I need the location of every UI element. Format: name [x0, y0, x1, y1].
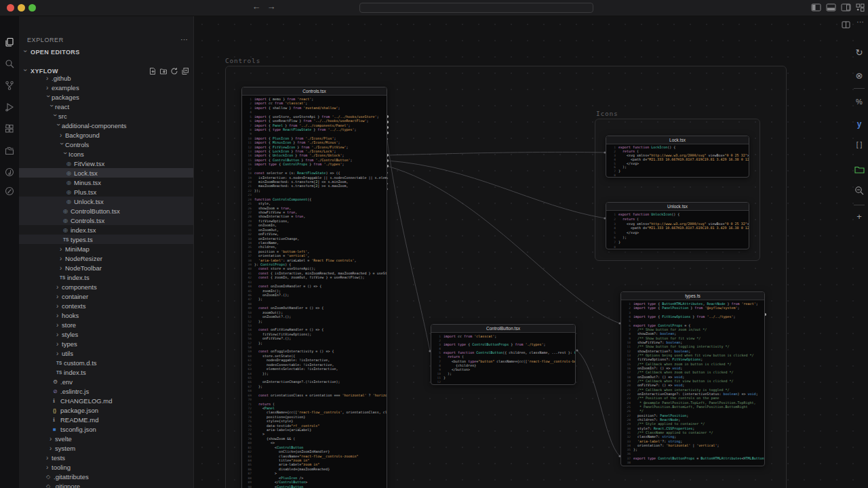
tree-item-controlbutton-tsx[interactable]: ◎ControlButton.tsx	[19, 206, 194, 216]
percent-icon[interactable]: %	[850, 98, 868, 106]
tree-item-label: store	[62, 321, 76, 329]
forward-icon[interactable]: →	[266, 1, 277, 12]
tree-item-custom-d-ts[interactable]: TScustom.d.ts	[19, 358, 194, 367]
tree-item--eslintrc-js[interactable]: ⊘.eslintrc.js	[19, 386, 194, 396]
command-center[interactable]	[359, 3, 593, 13]
tree-item-tooling[interactable]: ›tooling	[19, 462, 194, 472]
tree-item-hooks[interactable]: ›hooks	[19, 310, 194, 320]
tree-item-styles[interactable]: ›styles	[19, 329, 194, 339]
code-line: 8	[609, 174, 749, 178]
tree-item-additional-components[interactable]: ›additional-components	[19, 121, 194, 130]
chevron-down-icon: ›	[45, 95, 52, 100]
zoom-out-icon[interactable]	[850, 186, 868, 198]
tree-item-unlock-tsx[interactable]: ◎Unlock.tsx	[19, 197, 194, 206]
code-canvas[interactable]: ··· Controls Icons	[194, 16, 868, 488]
add-icon[interactable]: +	[850, 211, 868, 222]
tree-item-index-ts[interactable]: TSindex.ts	[19, 367, 194, 377]
tree-item-controls-tsx[interactable]: ◎Controls.tsx	[19, 216, 194, 225]
panel-right-icon[interactable]	[841, 3, 851, 12]
react-icon: ◎	[63, 227, 71, 233]
tree-item-changelog-md[interactable]: ℹCHANGELOG.md	[19, 396, 194, 405]
close-traffic-light[interactable]	[7, 4, 14, 12]
run-debug-icon[interactable]	[4, 102, 15, 113]
circled-note-icon[interactable]	[4, 167, 15, 178]
tree-item-nodetoolbar[interactable]: ›NodeToolbar	[19, 263, 194, 272]
tree-item-tsconfig-json[interactable]: ■tsconfig.json	[19, 424, 194, 434]
tree-item--gitattributes[interactable]: ◇.gitattributes	[19, 472, 194, 481]
tree-item-packages[interactable]: ›packages	[19, 92, 194, 102]
tree-item-label: package.json	[60, 407, 98, 414]
tree-item-container[interactable]: ›container	[19, 291, 194, 301]
chevron-down-icon: ›	[48, 104, 56, 110]
tree-item-fitview-tsx[interactable]: ◎FitView.tsx	[19, 159, 194, 168]
tree-item--github[interactable]: ›.github	[19, 73, 194, 83]
window-title: Unlock.tsx	[606, 203, 749, 211]
chevron-right-icon: ›	[50, 435, 55, 443]
tree-item-src[interactable]: ›src	[19, 111, 194, 121]
tree-item-minus-tsx[interactable]: ◎Minus.tsx	[19, 178, 194, 187]
tree-item-label: contexts	[62, 302, 85, 310]
code-line: 69 const orientationClass = orientation …	[245, 393, 387, 397]
sidebar-more-icon[interactable]: ···	[180, 35, 188, 45]
brackets-icon[interactable]: [ ]	[850, 141, 868, 148]
code-window-unlock-tsx[interactable]: Unlock.tsx 1export function UnlockIcon()…	[606, 202, 749, 249]
stacked-folders-icon[interactable]	[4, 145, 15, 156]
tree-item-plus-tsx[interactable]: ◎Plus.tsx	[19, 187, 194, 197]
code-line: 7}	[609, 240, 749, 245]
tree-item-minimap[interactable]: ›MiniMap	[19, 244, 194, 253]
tree-item-readme-md[interactable]: ℹREADME.md	[19, 415, 194, 424]
yarn-icon[interactable]: y	[850, 119, 868, 129]
tree-item-noderesizer[interactable]: ›NodeResizer	[19, 253, 194, 263]
code-editor: 1import cc from 'classcat';23import type…	[431, 333, 575, 384]
tree-item-components[interactable]: ›components	[19, 282, 194, 291]
group-label-controls[interactable]: Controls	[225, 57, 260, 64]
tree-item-store[interactable]: ›store	[19, 320, 194, 329]
close-circle-icon[interactable]: ⊗	[850, 70, 868, 81]
code-line: 5 </svg>	[609, 230, 749, 235]
tree-item-svelte[interactable]: ›svelte	[19, 434, 194, 443]
code-window-controls-tsx[interactable]: Controls.tsx 1import { memo } from 'reac…	[241, 87, 387, 488]
group-label-icons[interactable]: Icons	[596, 110, 618, 117]
folder-icon[interactable]	[850, 164, 868, 176]
minimize-traffic-light[interactable]	[18, 4, 25, 12]
panel-left-icon[interactable]	[811, 3, 821, 12]
sync-icon[interactable]: ↻	[850, 47, 868, 58]
split-editor-icon[interactable]	[842, 19, 850, 31]
panel-bottom-icon[interactable]	[826, 3, 836, 12]
tree-item-index-ts[interactable]: TSindex.ts	[19, 272, 194, 282]
editor-more-icon[interactable]: ···	[856, 18, 864, 26]
tree-item-examples[interactable]: ›examples	[19, 83, 194, 92]
tree-item--env[interactable]: ⚙.env	[19, 377, 194, 386]
tree-item-label: Controls	[65, 141, 89, 148]
tree-item--gitignore[interactable]: ◇.gitignore	[19, 481, 194, 488]
tree-item-contexts[interactable]: ›contexts	[19, 301, 194, 310]
code-window-controlbutton-tsx[interactable]: ControlButton.tsx 1import cc from 'class…	[431, 324, 576, 385]
info-icon: ℹ	[53, 417, 60, 423]
tree-item-utils[interactable]: ›utils	[19, 348, 194, 358]
tree-item-index-tsx[interactable]: ◎index.tsx	[19, 225, 194, 235]
tree-item-system[interactable]: ›system	[19, 443, 194, 453]
tree-item-package-json[interactable]: {}package.json	[19, 405, 194, 415]
tree-item-background[interactable]: ›Background	[19, 130, 194, 140]
explorer-icon[interactable]	[4, 37, 15, 47]
source-control-icon[interactable]	[4, 80, 15, 91]
tree-item-react[interactable]: ›react	[19, 102, 194, 111]
tree-item-label: packages	[52, 94, 79, 101]
tree-item-icons[interactable]: ›Icons	[19, 149, 194, 159]
ts-icon: TS	[63, 237, 71, 242]
search-icon[interactable]	[4, 58, 15, 69]
extensions-icon[interactable]	[4, 123, 15, 134]
circled-pen-icon[interactable]	[4, 186, 15, 197]
tree-item-lock-tsx[interactable]: ◎Lock.tsx	[19, 168, 194, 178]
tree-item-types[interactable]: ›types	[19, 339, 194, 348]
tree-item-label: svelte	[55, 435, 72, 443]
tree-item-tests[interactable]: ›tests	[19, 453, 194, 462]
tree-item-controls[interactable]: ›Controls	[19, 140, 194, 149]
code-window-lock-tsx[interactable]: Lock.tsx 1export function LockIcon() {2 …	[606, 136, 749, 178]
code-window-types-ts[interactable]: types.ts 1import type { ButtonHTMLAttrib…	[620, 291, 765, 466]
zoom-traffic-light[interactable]	[28, 4, 36, 12]
back-icon[interactable]: ←	[251, 1, 262, 12]
open-editors-section[interactable]: › OPEN EDITORS	[23, 47, 80, 57]
tree-item-types-ts[interactable]: TStypes.ts	[19, 235, 194, 244]
layout-grid-icon[interactable]	[856, 3, 865, 12]
